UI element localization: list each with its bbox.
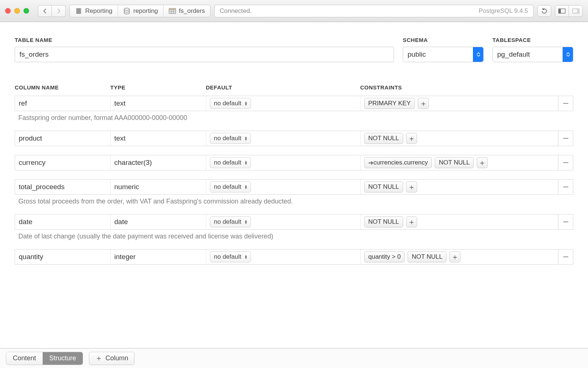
column-default-select[interactable]: no default ▲▼ <box>210 181 251 192</box>
panel-left-icon <box>558 8 566 14</box>
svg-rect-8 <box>559 9 561 13</box>
constraint-chip[interactable]: NOT NULL <box>364 133 403 144</box>
header-type: TYPE <box>110 84 206 91</box>
column-default-select[interactable]: no default ▲▼ <box>210 157 251 168</box>
remove-column-button[interactable]: − <box>558 96 573 111</box>
add-constraint-button[interactable]: ＋ <box>449 251 460 262</box>
column-name-cell[interactable]: total_proceeds <box>19 183 65 191</box>
connection-status-text: Connected. <box>220 7 252 15</box>
window-traffic-lights <box>5 8 29 14</box>
window-close-button[interactable] <box>5 8 11 14</box>
column-type-cell[interactable]: character(3) <box>114 159 152 167</box>
window-minimize-button[interactable] <box>14 8 20 14</box>
breadcrumb: Reporting reporting fs_orders <box>69 5 211 17</box>
constraint-chip-fk[interactable]: currencies.currency <box>364 157 432 168</box>
column-constraints-cell: NOT NULL＋ <box>361 131 558 146</box>
remove-column-button[interactable]: − <box>558 131 573 146</box>
structure-editor: TABLE NAME SCHEMA public TABLESPACE pg_d… <box>0 22 588 348</box>
constraint-chip[interactable]: NOT NULL <box>364 181 403 192</box>
constraint-chip[interactable]: NOT NULL <box>364 216 403 227</box>
constraint-chip[interactable]: PRIMARY KEY <box>364 98 415 109</box>
header-column-name: COLUMN NAME <box>15 84 110 91</box>
window-zoom-button[interactable] <box>24 8 29 14</box>
nav-back-forward <box>38 5 66 17</box>
breadcrumb-table[interactable]: fs_orders <box>164 5 210 17</box>
tab-content[interactable]: Content <box>6 352 43 365</box>
column-constraints-cell: currencies.currencyNOT NULL＋ <box>361 155 558 170</box>
column-name-cell[interactable]: date <box>19 218 32 226</box>
column-default-select[interactable]: no default ▲▼ <box>210 216 251 227</box>
column-type-cell[interactable]: integer <box>114 253 136 261</box>
column-row: quantityintegerno default ▲▼quantity > 0… <box>15 249 573 265</box>
column-row: currencycharacter(3)no default ▲▼currenc… <box>15 155 573 170</box>
column-constraints-cell: NOT NULL＋ <box>361 215 558 229</box>
breadcrumb-database-label: reporting <box>133 7 158 15</box>
add-constraint-button[interactable]: ＋ <box>477 157 488 168</box>
connection-engine-text: PostgreSQL 9.4.5 <box>478 7 528 15</box>
label-table-name: TABLE NAME <box>15 37 394 43</box>
constraint-chip[interactable]: quantity > 0 <box>364 251 405 262</box>
column-default-select[interactable]: no default ▲▼ <box>210 251 251 262</box>
label-schema: SCHEMA <box>403 37 484 43</box>
column-block: currencycharacter(3)no default ▲▼currenc… <box>15 155 573 170</box>
stepper-arrows-icon: ▲▼ <box>244 136 248 141</box>
column-name-cell[interactable]: product <box>19 134 42 142</box>
chevron-left-icon <box>43 8 47 14</box>
column-block: total_proceedsnumericno default ▲▼NOT NU… <box>15 179 573 205</box>
schema-select[interactable]: public <box>403 47 484 62</box>
remove-column-button[interactable]: − <box>558 250 573 264</box>
column-description: Gross total proceeds from the order, wit… <box>15 195 573 205</box>
breadcrumb-database[interactable]: reporting <box>118 5 164 17</box>
remove-column-button[interactable]: − <box>558 155 573 170</box>
add-constraint-button[interactable]: ＋ <box>406 181 417 192</box>
breadcrumb-table-label: fs_orders <box>179 7 205 15</box>
column-row: producttextno default ▲▼NOT NULL＋− <box>15 131 573 146</box>
column-type-cell[interactable]: numeric <box>114 183 139 191</box>
table-name-input[interactable] <box>15 47 394 62</box>
select-arrows-icon <box>563 47 573 62</box>
column-default-select[interactable]: no default ▲▼ <box>210 133 251 144</box>
breadcrumb-server[interactable]: Reporting <box>70 5 118 17</box>
stepper-arrows-icon: ▲▼ <box>244 160 248 165</box>
column-name-cell[interactable]: ref <box>19 99 27 107</box>
add-constraint-button[interactable]: ＋ <box>406 133 417 144</box>
toggle-left-panel-button[interactable] <box>555 5 569 17</box>
column-name-cell[interactable]: quantity <box>19 253 43 261</box>
breadcrumb-server-label: Reporting <box>85 7 112 15</box>
schema-select-value: public <box>403 50 473 59</box>
add-column-label: Column <box>105 354 128 362</box>
svg-rect-10 <box>577 9 579 13</box>
column-block: quantityintegerno default ▲▼quantity > 0… <box>15 249 573 265</box>
column-description: Date of last change (usually the date pa… <box>15 230 573 240</box>
column-constraints-cell: NOT NULL＋ <box>361 180 558 194</box>
reload-button[interactable] <box>537 5 551 17</box>
nav-forward-button[interactable] <box>52 5 66 17</box>
column-type-cell[interactable]: text <box>114 99 126 107</box>
add-constraint-button[interactable]: ＋ <box>418 98 429 109</box>
stepper-arrows-icon: ▲▼ <box>244 220 248 224</box>
column-type-cell[interactable]: date <box>114 218 128 226</box>
connection-status-field: Connected. PostgreSQL 9.4.5 <box>214 5 534 17</box>
tablespace-select[interactable]: pg_default <box>492 47 573 62</box>
add-column-button[interactable]: ＋ Column <box>89 352 135 365</box>
select-arrows-icon <box>473 47 483 62</box>
remove-column-button[interactable]: − <box>558 215 573 229</box>
panel-toggle-group <box>555 5 583 17</box>
toggle-right-panel-button[interactable] <box>569 5 583 17</box>
nav-back-button[interactable] <box>38 5 52 17</box>
columns-header-row: COLUMN NAME TYPE DEFAULT CONSTRAINTS <box>15 84 573 91</box>
remove-column-button[interactable]: − <box>558 180 573 194</box>
column-block: reftextno default ▲▼PRIMARY KEY＋−Fastspr… <box>15 96 573 122</box>
column-type-cell[interactable]: text <box>114 134 126 142</box>
stepper-arrows-icon: ▲▼ <box>244 255 248 259</box>
column-name-cell[interactable]: currency <box>19 159 46 167</box>
column-default-select[interactable]: no default ▲▼ <box>210 98 251 109</box>
constraint-chip[interactable]: NOT NULL <box>435 157 474 168</box>
constraint-chip[interactable]: NOT NULL <box>408 251 447 262</box>
column-block: datedateno default ▲▼NOT NULL＋−Date of l… <box>15 214 573 240</box>
add-constraint-button[interactable]: ＋ <box>406 216 417 227</box>
reload-icon <box>541 8 548 14</box>
plus-icon: ＋ <box>95 353 103 363</box>
bottom-bar: Content Structure ＋ Column <box>0 348 588 368</box>
tab-structure[interactable]: Structure <box>43 352 83 365</box>
